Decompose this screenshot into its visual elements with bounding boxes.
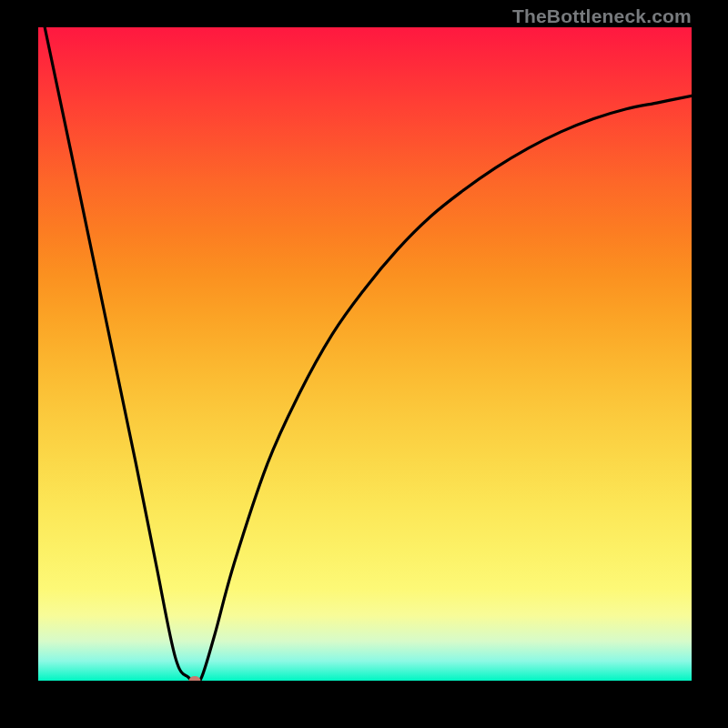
- bottleneck-curve: [45, 27, 692, 681]
- watermark-text: TheBottleneck.com: [512, 5, 692, 27]
- chart-frame: TheBottleneck.com: [0, 0, 728, 728]
- plot-area: [38, 27, 692, 681]
- marker-dot: [189, 676, 201, 681]
- curve-svg: [38, 27, 692, 681]
